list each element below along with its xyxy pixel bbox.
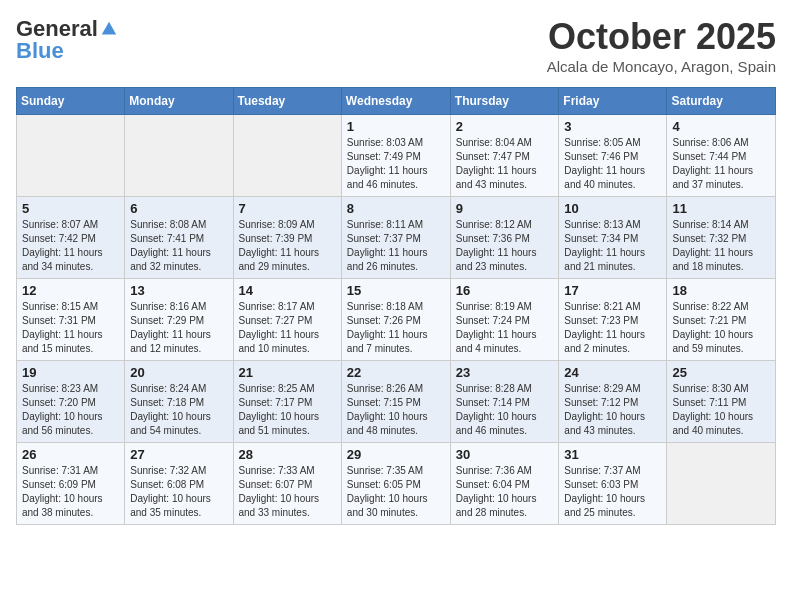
day-number: 24 [564, 365, 661, 380]
day-number: 22 [347, 365, 445, 380]
calendar-body: 1Sunrise: 8:03 AM Sunset: 7:49 PM Daylig… [17, 115, 776, 525]
day-number: 1 [347, 119, 445, 134]
day-number: 25 [672, 365, 770, 380]
day-info: Sunrise: 8:24 AM Sunset: 7:18 PM Dayligh… [130, 382, 227, 438]
svg-marker-0 [102, 22, 116, 35]
calendar-cell [125, 115, 233, 197]
day-number: 21 [239, 365, 336, 380]
day-number: 6 [130, 201, 227, 216]
day-info: Sunrise: 8:22 AM Sunset: 7:21 PM Dayligh… [672, 300, 770, 356]
week-row-1: 5Sunrise: 8:07 AM Sunset: 7:42 PM Daylig… [17, 197, 776, 279]
day-number: 3 [564, 119, 661, 134]
day-info: Sunrise: 8:18 AM Sunset: 7:26 PM Dayligh… [347, 300, 445, 356]
logo-icon [100, 20, 118, 38]
day-info: Sunrise: 8:14 AM Sunset: 7:32 PM Dayligh… [672, 218, 770, 274]
day-number: 7 [239, 201, 336, 216]
calendar-cell: 11Sunrise: 8:14 AM Sunset: 7:32 PM Dayli… [667, 197, 776, 279]
day-info: Sunrise: 7:31 AM Sunset: 6:09 PM Dayligh… [22, 464, 119, 520]
calendar-cell: 20Sunrise: 8:24 AM Sunset: 7:18 PM Dayli… [125, 361, 233, 443]
day-number: 26 [22, 447, 119, 462]
day-info: Sunrise: 7:32 AM Sunset: 6:08 PM Dayligh… [130, 464, 227, 520]
day-number: 15 [347, 283, 445, 298]
weekday-friday: Friday [559, 88, 667, 115]
week-row-2: 12Sunrise: 8:15 AM Sunset: 7:31 PM Dayli… [17, 279, 776, 361]
logo: General Blue [16, 16, 118, 64]
day-number: 19 [22, 365, 119, 380]
calendar-cell: 17Sunrise: 8:21 AM Sunset: 7:23 PM Dayli… [559, 279, 667, 361]
calendar-cell: 5Sunrise: 8:07 AM Sunset: 7:42 PM Daylig… [17, 197, 125, 279]
weekday-saturday: Saturday [667, 88, 776, 115]
day-number: 18 [672, 283, 770, 298]
day-info: Sunrise: 7:35 AM Sunset: 6:05 PM Dayligh… [347, 464, 445, 520]
title-block: October 2025 Alcala de Moncayo, Aragon, … [547, 16, 776, 75]
calendar-cell: 28Sunrise: 7:33 AM Sunset: 6:07 PM Dayli… [233, 443, 341, 525]
location-text: Alcala de Moncayo, Aragon, Spain [547, 58, 776, 75]
calendar-cell: 22Sunrise: 8:26 AM Sunset: 7:15 PM Dayli… [341, 361, 450, 443]
calendar-cell: 25Sunrise: 8:30 AM Sunset: 7:11 PM Dayli… [667, 361, 776, 443]
day-info: Sunrise: 8:15 AM Sunset: 7:31 PM Dayligh… [22, 300, 119, 356]
calendar-cell: 7Sunrise: 8:09 AM Sunset: 7:39 PM Daylig… [233, 197, 341, 279]
day-info: Sunrise: 7:37 AM Sunset: 6:03 PM Dayligh… [564, 464, 661, 520]
weekday-header-row: SundayMondayTuesdayWednesdayThursdayFrid… [17, 88, 776, 115]
calendar-cell: 14Sunrise: 8:17 AM Sunset: 7:27 PM Dayli… [233, 279, 341, 361]
day-info: Sunrise: 8:21 AM Sunset: 7:23 PM Dayligh… [564, 300, 661, 356]
day-number: 31 [564, 447, 661, 462]
calendar-cell: 19Sunrise: 8:23 AM Sunset: 7:20 PM Dayli… [17, 361, 125, 443]
day-info: Sunrise: 8:09 AM Sunset: 7:39 PM Dayligh… [239, 218, 336, 274]
calendar-table: SundayMondayTuesdayWednesdayThursdayFrid… [16, 87, 776, 525]
weekday-monday: Monday [125, 88, 233, 115]
day-info: Sunrise: 8:13 AM Sunset: 7:34 PM Dayligh… [564, 218, 661, 274]
calendar-cell: 4Sunrise: 8:06 AM Sunset: 7:44 PM Daylig… [667, 115, 776, 197]
calendar-cell: 26Sunrise: 7:31 AM Sunset: 6:09 PM Dayli… [17, 443, 125, 525]
day-number: 30 [456, 447, 554, 462]
calendar-cell: 27Sunrise: 7:32 AM Sunset: 6:08 PM Dayli… [125, 443, 233, 525]
calendar-cell: 1Sunrise: 8:03 AM Sunset: 7:49 PM Daylig… [341, 115, 450, 197]
day-number: 9 [456, 201, 554, 216]
day-number: 8 [347, 201, 445, 216]
weekday-wednesday: Wednesday [341, 88, 450, 115]
week-row-3: 19Sunrise: 8:23 AM Sunset: 7:20 PM Dayli… [17, 361, 776, 443]
day-number: 29 [347, 447, 445, 462]
calendar-cell: 18Sunrise: 8:22 AM Sunset: 7:21 PM Dayli… [667, 279, 776, 361]
weekday-sunday: Sunday [17, 88, 125, 115]
week-row-4: 26Sunrise: 7:31 AM Sunset: 6:09 PM Dayli… [17, 443, 776, 525]
calendar-cell: 3Sunrise: 8:05 AM Sunset: 7:46 PM Daylig… [559, 115, 667, 197]
day-info: Sunrise: 8:26 AM Sunset: 7:15 PM Dayligh… [347, 382, 445, 438]
calendar-cell: 21Sunrise: 8:25 AM Sunset: 7:17 PM Dayli… [233, 361, 341, 443]
calendar-cell [233, 115, 341, 197]
day-info: Sunrise: 8:04 AM Sunset: 7:47 PM Dayligh… [456, 136, 554, 192]
day-info: Sunrise: 8:06 AM Sunset: 7:44 PM Dayligh… [672, 136, 770, 192]
day-info: Sunrise: 8:29 AM Sunset: 7:12 PM Dayligh… [564, 382, 661, 438]
page-header: General Blue October 2025 Alcala de Monc… [16, 16, 776, 75]
month-title: October 2025 [547, 16, 776, 58]
weekday-tuesday: Tuesday [233, 88, 341, 115]
day-number: 16 [456, 283, 554, 298]
calendar-cell [17, 115, 125, 197]
calendar-cell: 12Sunrise: 8:15 AM Sunset: 7:31 PM Dayli… [17, 279, 125, 361]
day-number: 13 [130, 283, 227, 298]
calendar-cell: 2Sunrise: 8:04 AM Sunset: 7:47 PM Daylig… [450, 115, 559, 197]
weekday-thursday: Thursday [450, 88, 559, 115]
day-info: Sunrise: 8:16 AM Sunset: 7:29 PM Dayligh… [130, 300, 227, 356]
day-number: 5 [22, 201, 119, 216]
day-info: Sunrise: 8:05 AM Sunset: 7:46 PM Dayligh… [564, 136, 661, 192]
day-number: 17 [564, 283, 661, 298]
day-info: Sunrise: 8:17 AM Sunset: 7:27 PM Dayligh… [239, 300, 336, 356]
calendar-cell: 30Sunrise: 7:36 AM Sunset: 6:04 PM Dayli… [450, 443, 559, 525]
calendar-cell: 10Sunrise: 8:13 AM Sunset: 7:34 PM Dayli… [559, 197, 667, 279]
day-number: 23 [456, 365, 554, 380]
calendar-cell: 24Sunrise: 8:29 AM Sunset: 7:12 PM Dayli… [559, 361, 667, 443]
calendar-cell: 15Sunrise: 8:18 AM Sunset: 7:26 PM Dayli… [341, 279, 450, 361]
day-info: Sunrise: 7:33 AM Sunset: 6:07 PM Dayligh… [239, 464, 336, 520]
calendar-cell: 16Sunrise: 8:19 AM Sunset: 7:24 PM Dayli… [450, 279, 559, 361]
calendar-cell: 31Sunrise: 7:37 AM Sunset: 6:03 PM Dayli… [559, 443, 667, 525]
day-info: Sunrise: 8:25 AM Sunset: 7:17 PM Dayligh… [239, 382, 336, 438]
day-info: Sunrise: 8:12 AM Sunset: 7:36 PM Dayligh… [456, 218, 554, 274]
day-number: 4 [672, 119, 770, 134]
week-row-0: 1Sunrise: 8:03 AM Sunset: 7:49 PM Daylig… [17, 115, 776, 197]
day-info: Sunrise: 8:28 AM Sunset: 7:14 PM Dayligh… [456, 382, 554, 438]
day-number: 14 [239, 283, 336, 298]
calendar-cell: 13Sunrise: 8:16 AM Sunset: 7:29 PM Dayli… [125, 279, 233, 361]
day-info: Sunrise: 8:07 AM Sunset: 7:42 PM Dayligh… [22, 218, 119, 274]
calendar-cell [667, 443, 776, 525]
